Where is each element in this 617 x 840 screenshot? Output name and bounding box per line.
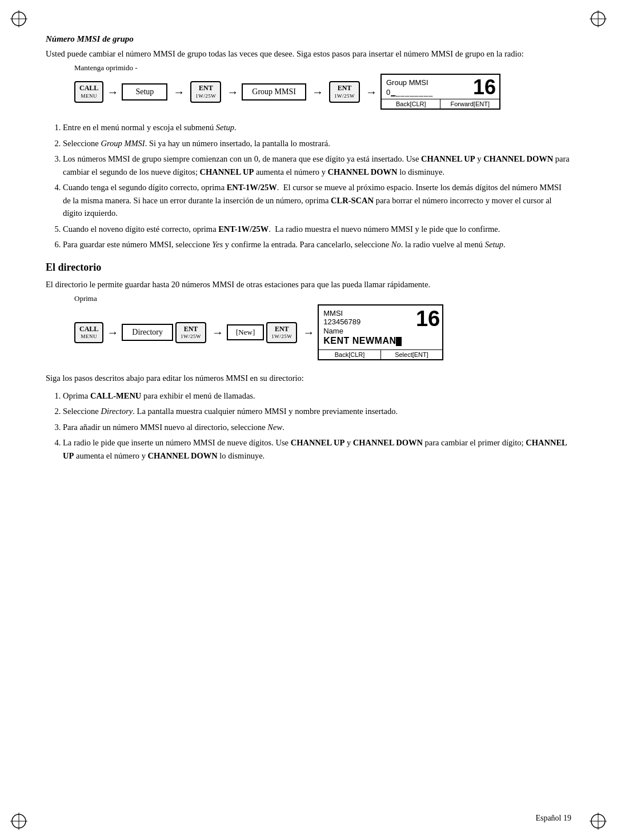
ent-button-d2: ENT 1W/25W: [266, 322, 297, 343]
screen-display-2: 16 MMSI 123456789 Name KENT NEWMAN Back[…: [318, 304, 443, 360]
call-menu-button-2: CALL MENU: [74, 322, 103, 343]
page-content: Número MMSI de grupo Usted puede cambiar…: [46, 34, 571, 462]
screen-back-2: Back[CLR]: [319, 350, 381, 359]
screen-footer-2: Back[CLR] Select[ENT]: [319, 349, 442, 359]
arrow-5: →: [366, 86, 377, 98]
diagram2-label: Oprima: [74, 294, 97, 303]
section1-item-2: Seleccione Group MMSI. Si ya hay un núme…: [63, 137, 571, 150]
arrow-3: →: [227, 86, 238, 98]
page-footer: Español 19: [535, 814, 571, 823]
arrow-d2: →: [212, 327, 223, 338]
diagram1-label: Mantenga oprimido -: [74, 63, 137, 73]
screen-select-2: Select[ENT]: [381, 350, 443, 359]
section1-item-4: Cuando tenga el segundo dígito correcto,…: [63, 181, 571, 219]
corner-mark-tr: [590, 10, 607, 27]
section1-item-1: Entre en el menú normal y escoja el subm…: [63, 121, 571, 134]
section1-item-3: Los números MMSI de grupo siempre comien…: [63, 152, 571, 178]
section1-body1: Usted puede cambiar el número MMSI de gr…: [46, 47, 571, 60]
screen-number-1: 16: [473, 77, 496, 98]
screen-forward-1: Forward[ENT]: [440, 99, 499, 108]
section1-list: Entre en el menú normal y escoja el subm…: [63, 121, 571, 251]
section1-item-5: Cuando el noveno dígito esté correcto, o…: [63, 223, 571, 235]
arrow-d1: →: [107, 327, 118, 338]
ent-button-1: ENT 1W/25W: [190, 81, 221, 102]
section2-body1: El directorio le permite guardar hasta 2…: [46, 278, 571, 291]
section2: El directorio El directorio le permite g…: [46, 262, 571, 462]
call-menu-button-1: CALL MENU: [74, 81, 103, 102]
section1-item-6: Para guardar este número MMSI, seleccion…: [63, 238, 571, 251]
screen-number-2: 16: [416, 308, 440, 329]
section2-item-1: Oprima CALL-MENU para exhibir el menú de…: [63, 389, 571, 402]
group-mmsi-box: Group MMSI: [242, 83, 306, 101]
section2-item-3: Para añadir un número MMSI nuevo al dire…: [63, 421, 571, 433]
corner-mark-br: [590, 813, 607, 830]
ent-button-2: ENT 1W/25W: [329, 81, 360, 102]
section2-item-2: Seleccione Directory. La pantalla muestr…: [63, 405, 571, 417]
corner-mark-tl: [10, 10, 27, 27]
arrow-d3: →: [303, 327, 314, 338]
section1-title: Número MMSI de grupo: [46, 34, 571, 44]
section2-list: Oprima CALL-MENU para exhibir el menú de…: [63, 389, 571, 462]
new-box: [New]: [227, 324, 264, 340]
screen-display-1: Group MMSI 16 0_________ Back[CLR] Forwa…: [380, 74, 500, 110]
screen-value2: KENT NEWMAN: [323, 336, 438, 346]
directory-box: Directory: [122, 324, 173, 341]
arrow-4: →: [312, 86, 323, 98]
setup-box: Setup: [122, 83, 167, 101]
screen-footer-1: Back[CLR] Forward[ENT]: [382, 99, 499, 108]
ent-button-d1: ENT 1W/25W: [175, 322, 206, 343]
screen-back-1: Back[CLR]: [382, 99, 441, 108]
section1: Número MMSI de grupo Usted puede cambiar…: [46, 34, 571, 251]
arrow-2: →: [173, 86, 185, 98]
section2-item-4: La radio le pide que inserte un número M…: [63, 436, 571, 462]
cursor-block: [396, 337, 402, 346]
screen-title-1: Group MMSI: [386, 78, 428, 87]
section2-body2: Siga los pasos descritos abajo para edit…: [46, 372, 571, 384]
arrow-1: →: [107, 86, 118, 98]
section2-heading: El directorio: [46, 262, 571, 274]
corner-mark-bl: [10, 813, 27, 830]
